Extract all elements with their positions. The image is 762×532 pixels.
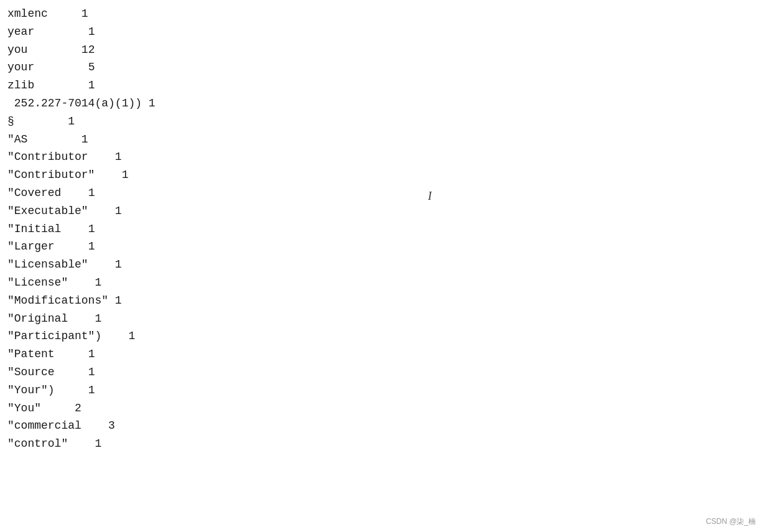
term-label: "AS (7, 131, 27, 149)
list-item: "control" 1 (7, 435, 755, 453)
term-label: "Original (7, 310, 68, 328)
list-item: "Covered 1 (7, 184, 755, 202)
term-label: 252.227-7014(a)(1)) (7, 95, 142, 113)
list-item: "commercial 3 (7, 417, 755, 435)
term-count: 1 (88, 363, 95, 381)
term-label: "Participant") (7, 327, 101, 345)
list-item: "Executable" 1 (7, 202, 755, 220)
spacing (34, 77, 88, 95)
spacing (14, 113, 68, 131)
spacing (95, 166, 121, 184)
list-item: "License" 1 (7, 274, 755, 292)
term-label: "Executable" (7, 202, 88, 220)
spacing (68, 274, 95, 292)
term-count: 1 (95, 435, 101, 453)
term-label: "Initial (7, 220, 61, 238)
term-count: 1 (81, 5, 88, 23)
spacing (27, 131, 81, 149)
term-label: "You" (7, 399, 41, 418)
spacing (55, 345, 88, 363)
list-item: "Participant") 1 (7, 327, 755, 345)
list-item: "Original 1 (7, 310, 755, 328)
term-count: 1 (88, 345, 95, 363)
list-item: "Modifications" 1 (7, 292, 755, 310)
list-item: "Licensable" 1 (7, 256, 755, 274)
term-count: 5 (88, 58, 95, 77)
term-count: 1 (81, 131, 88, 149)
term-label: "Modifications" (7, 292, 108, 310)
term-label: "License" (7, 274, 68, 292)
list-item: "Contributor 1 (7, 148, 755, 166)
list-item: "Your") 1 (7, 381, 755, 399)
spacing (142, 95, 149, 113)
term-count: 1 (95, 274, 101, 292)
list-item: your 5 (7, 58, 755, 77)
spacing (88, 256, 115, 274)
term-count: 1 (88, 184, 95, 202)
term-count: 1 (115, 292, 122, 310)
term-count: 1 (122, 166, 129, 184)
spacing (34, 23, 88, 41)
term-label: xmlenc (7, 5, 48, 23)
term-count: 1 (88, 238, 95, 256)
term-count: 1 (95, 310, 101, 328)
term-label: § (7, 113, 14, 131)
list-item: "AS 1 (7, 131, 755, 149)
list-item: "Patent 1 (7, 345, 755, 363)
spacing (55, 238, 88, 256)
term-count: 1 (88, 381, 95, 399)
list-item: "You" 2 (7, 399, 755, 418)
term-label: you (7, 41, 27, 59)
spacing (68, 310, 95, 328)
term-count: 1 (88, 77, 95, 95)
term-label: "Covered (7, 184, 61, 202)
list-item: you 12 (7, 41, 755, 59)
term-label: "Contributor (7, 148, 88, 166)
term-label: your (7, 58, 34, 77)
term-count: 1 (88, 220, 95, 238)
term-count: 1 (88, 23, 95, 41)
list-item: xmlenc 1 (7, 5, 755, 23)
spacing (48, 5, 81, 23)
term-label: "Larger (7, 238, 55, 256)
spacing (88, 148, 115, 166)
term-label: "Source (7, 363, 55, 381)
spacing (68, 435, 95, 453)
term-count: 3 (108, 417, 115, 435)
word-count-list: xmlenc 1year 1you 12your 5zlib 1 252.227… (0, 0, 762, 458)
spacing (88, 202, 115, 220)
list-item: § 1 (7, 113, 755, 131)
term-label: year (7, 23, 34, 41)
spacing (55, 363, 88, 381)
list-item: "Initial 1 (7, 220, 755, 238)
term-count: 1 (149, 95, 156, 113)
spacing (61, 184, 88, 202)
spacing (101, 327, 128, 345)
term-count: 1 (115, 256, 122, 274)
term-label: zlib (7, 77, 34, 95)
list-item: zlib 1 (7, 77, 755, 95)
spacing (55, 381, 88, 399)
term-count: 1 (115, 202, 122, 220)
term-count: 1 (68, 113, 75, 131)
spacing (34, 58, 88, 77)
spacing (41, 399, 75, 418)
spacing (81, 417, 108, 435)
spacing (61, 220, 88, 238)
list-item: "Source 1 (7, 363, 755, 381)
term-label: "Patent (7, 345, 55, 363)
watermark: CSDN @柒_楠 (706, 516, 756, 527)
term-count: 12 (81, 41, 95, 59)
term-label: "Your") (7, 381, 55, 399)
spacing (27, 41, 81, 59)
term-count: 1 (115, 148, 122, 166)
list-item: "Contributor" 1 (7, 166, 755, 184)
list-item: "Larger 1 (7, 238, 755, 256)
term-label: "Contributor" (7, 166, 95, 184)
term-label: "Licensable" (7, 256, 88, 274)
term-label: "control" (7, 435, 68, 453)
term-count: 1 (128, 327, 135, 345)
list-item: year 1 (7, 23, 755, 41)
term-label: "commercial (7, 417, 81, 435)
list-item: 252.227-7014(a)(1)) 1 (7, 95, 755, 113)
